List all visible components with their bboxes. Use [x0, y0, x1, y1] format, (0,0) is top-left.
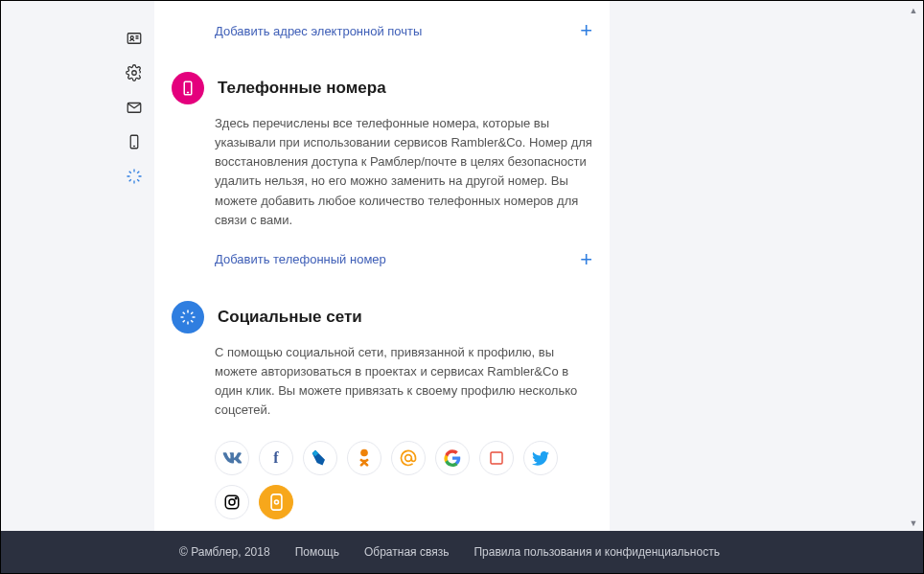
scrollbar[interactable]: ▲ ▼ [906, 3, 921, 531]
social-badge-icon [172, 301, 204, 333]
nav-settings-icon[interactable] [126, 64, 143, 81]
social-text: С помощью социальной сети, привязанной к… [172, 333, 592, 421]
svg-rect-12 [271, 494, 282, 510]
nav-profile-icon[interactable] [126, 30, 143, 47]
sidebar [1, 1, 154, 533]
svg-rect-8 [491, 452, 502, 464]
footer-copyright: © Рамблер, 2018 [179, 545, 270, 559]
add-phone-link[interactable]: Добавить телефонный номер [215, 252, 386, 266]
add-email-link[interactable]: Добавить адрес электронной почты [215, 24, 422, 38]
svg-rect-0 [127, 34, 141, 44]
footer-privacy-link[interactable]: Правила пользования и конфиденциальность [474, 545, 720, 559]
scroll-up-icon[interactable]: ▲ [906, 3, 921, 18]
phones-text: Здесь перечислены все телефонные номера,… [172, 104, 592, 230]
social-vk-button[interactable] [215, 441, 249, 475]
svg-point-13 [274, 500, 278, 504]
phones-title: Телефонные номера [218, 79, 386, 98]
svg-point-1 [130, 36, 133, 39]
add-phone-plus-icon[interactable]: + [580, 247, 592, 272]
svg-point-7 [405, 455, 412, 462]
footer-help-link[interactable]: Помощь [295, 545, 339, 559]
nav-social-icon[interactable] [126, 168, 143, 185]
nav-phone-icon[interactable] [126, 133, 143, 150]
svg-point-6 [360, 449, 368, 457]
social-twitter-button[interactable] [523, 441, 558, 475]
phone-badge-icon [172, 72, 204, 104]
section-social: Социальные сети С помощью социальной сет… [172, 301, 592, 520]
social-providers: f [172, 420, 592, 519]
scroll-down-icon[interactable]: ▼ [906, 516, 921, 531]
content-gutter [610, 1, 923, 533]
svg-point-2 [132, 71, 137, 76]
svg-point-10 [229, 499, 235, 505]
social-lj-button[interactable] [303, 441, 337, 475]
social-fb-button[interactable]: f [259, 441, 293, 475]
social-sberid-button[interactable] [259, 485, 293, 519]
section-phones: Телефонные номера Здесь перечислены все … [172, 72, 592, 291]
social-mailru-button[interactable] [391, 441, 426, 475]
nav-mail-icon[interactable] [126, 99, 143, 116]
main-content: Добавить адрес электронной почты + Телеф… [154, 1, 610, 533]
svg-point-11 [235, 498, 237, 500]
add-email-plus-icon[interactable]: + [580, 18, 592, 43]
social-google-button[interactable] [435, 441, 470, 475]
social-title: Социальные сети [218, 308, 362, 327]
social-ok-button[interactable] [347, 441, 381, 475]
social-pochta-button[interactable] [479, 441, 514, 475]
footer-feedback-link[interactable]: Обратная связь [364, 545, 449, 559]
footer: © Рамблер, 2018 Помощь Обратная связь Пр… [1, 531, 923, 573]
social-instagram-button[interactable] [215, 485, 249, 519]
